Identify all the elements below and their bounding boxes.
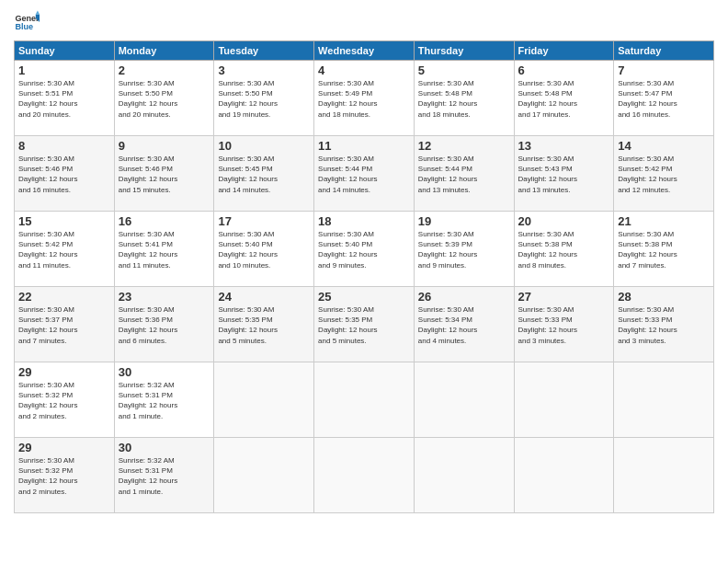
col-tuesday: Tuesday: [214, 41, 314, 61]
day-number: 6: [518, 63, 610, 77]
calendar-cell-25: 25Sunrise: 5:30 AMSunset: 5:35 PMDayligh…: [314, 287, 415, 362]
day-info: Sunrise: 5:30 AMSunset: 5:37 PMDaylight:…: [18, 304, 110, 346]
day-info: Sunrise: 5:30 AMSunset: 5:39 PMDaylight:…: [418, 229, 510, 270]
svg-text:Blue: Blue: [15, 22, 33, 31]
calendar-cell-11: 11Sunrise: 5:30 AMSunset: 5:44 PMDayligh…: [314, 136, 415, 212]
day-number: 11: [318, 139, 410, 153]
day-info: Sunrise: 5:30 AMSunset: 5:32 PMDaylight:…: [18, 380, 110, 421]
day-number: 25: [318, 290, 410, 304]
calendar-cell-20: 20Sunrise: 5:30 AMSunset: 5:38 PMDayligh…: [514, 212, 614, 287]
day-number: 7: [618, 63, 710, 77]
day-info: Sunrise: 5:30 AMSunset: 5:38 PMDaylight:…: [618, 229, 710, 270]
day-info: Sunrise: 5:30 AMSunset: 5:44 PMDaylight:…: [418, 154, 510, 195]
calendar-cell-empty: [214, 362, 314, 438]
day-number: 15: [18, 214, 110, 228]
col-monday: Monday: [114, 41, 214, 61]
calendar-cell-empty: [514, 438, 614, 513]
day-info: Sunrise: 5:30 AMSunset: 5:38 PMDaylight:…: [518, 229, 610, 270]
calendar-cell-7: 7Sunrise: 5:30 AMSunset: 5:47 PMDaylight…: [614, 61, 714, 136]
calendar-cell-empty: [314, 362, 415, 438]
calendar-cell-6: 6Sunrise: 5:30 AMSunset: 5:48 PMDaylight…: [514, 61, 614, 136]
day-info: Sunrise: 5:30 AMSunset: 5:33 PMDaylight:…: [518, 304, 610, 346]
calendar-cell-15: 15Sunrise: 5:30 AMSunset: 5:42 PMDayligh…: [15, 212, 115, 287]
day-info: Sunrise: 5:32 AMSunset: 5:31 PMDaylight:…: [119, 380, 210, 421]
day-info: Sunrise: 5:30 AMSunset: 5:42 PMDaylight:…: [18, 229, 110, 270]
day-number: 20: [518, 214, 610, 228]
day-number: 1: [18, 63, 110, 77]
day-info: Sunrise: 5:30 AMSunset: 5:48 PMDaylight:…: [518, 78, 610, 120]
day-number: 14: [618, 139, 710, 153]
day-info: Sunrise: 5:30 AMSunset: 5:36 PMDaylight:…: [119, 304, 210, 346]
day-info: Sunrise: 5:30 AMSunset: 5:40 PMDaylight:…: [318, 229, 410, 270]
calendar-cell-23: 23Sunrise: 5:30 AMSunset: 5:36 PMDayligh…: [114, 287, 214, 362]
calendar-cell-12: 12Sunrise: 5:30 AMSunset: 5:44 PMDayligh…: [414, 136, 514, 212]
calendar-cell-empty: [614, 438, 714, 513]
day-number: 24: [218, 290, 310, 304]
day-number: 19: [418, 214, 510, 228]
day-info: Sunrise: 5:30 AMSunset: 5:34 PMDaylight:…: [418, 304, 510, 346]
svg-marker-3: [36, 10, 40, 14]
day-info: Sunrise: 5:30 AMSunset: 5:48 PMDaylight:…: [418, 78, 510, 120]
calendar-cell-24: 24Sunrise: 5:30 AMSunset: 5:35 PMDayligh…: [214, 287, 314, 362]
calendar-cell-19: 19Sunrise: 5:30 AMSunset: 5:39 PMDayligh…: [414, 212, 514, 287]
calendar-cell-4: 4Sunrise: 5:30 AMSunset: 5:49 PMDaylight…: [314, 61, 415, 136]
day-info: Sunrise: 5:30 AMSunset: 5:50 PMDaylight:…: [218, 78, 310, 120]
calendar-cell-empty: [414, 362, 514, 438]
day-number: 17: [218, 214, 310, 228]
calendar-cell-empty: [614, 362, 714, 438]
day-number: 8: [18, 139, 110, 153]
col-friday: Friday: [514, 41, 614, 61]
calendar-cell-27: 27Sunrise: 5:30 AMSunset: 5:33 PMDayligh…: [514, 287, 614, 362]
calendar-cell-8: 8Sunrise: 5:30 AMSunset: 5:46 PMDaylight…: [15, 136, 115, 212]
day-number: 27: [518, 290, 610, 304]
calendar-cell-13: 13Sunrise: 5:30 AMSunset: 5:43 PMDayligh…: [514, 136, 614, 212]
calendar-cell-2: 2Sunrise: 5:30 AMSunset: 5:50 PMDaylight…: [114, 61, 214, 136]
day-info: Sunrise: 5:30 AMSunset: 5:32 PMDaylight:…: [18, 455, 110, 497]
day-info: Sunrise: 5:30 AMSunset: 5:41 PMDaylight:…: [119, 229, 210, 270]
calendar-cell-22: 22Sunrise: 5:30 AMSunset: 5:37 PMDayligh…: [15, 287, 115, 362]
calendar-cell-28: 28Sunrise: 5:30 AMSunset: 5:33 PMDayligh…: [614, 287, 714, 362]
day-info: Sunrise: 5:32 AMSunset: 5:31 PMDaylight:…: [119, 455, 210, 497]
col-saturday: Saturday: [614, 41, 714, 61]
day-info: Sunrise: 5:30 AMSunset: 5:50 PMDaylight:…: [119, 78, 210, 120]
day-info: Sunrise: 5:30 AMSunset: 5:49 PMDaylight:…: [318, 78, 410, 120]
calendar-table: Sunday Monday Tuesday Wednesday Thursday…: [14, 40, 714, 513]
calendar-cell-10: 10Sunrise: 5:30 AMSunset: 5:45 PMDayligh…: [214, 136, 314, 212]
calendar-cell-18: 18Sunrise: 5:30 AMSunset: 5:40 PMDayligh…: [314, 212, 415, 287]
col-sunday: Sunday: [15, 41, 115, 61]
day-number: 30: [119, 441, 210, 454]
day-number: 12: [418, 139, 510, 153]
day-info: Sunrise: 5:30 AMSunset: 5:43 PMDaylight:…: [518, 154, 610, 195]
page: General Blue Sunday Monday Tuesday Wedne…: [0, 0, 728, 563]
day-info: Sunrise: 5:30 AMSunset: 5:33 PMDaylight:…: [618, 304, 710, 346]
day-info: Sunrise: 5:30 AMSunset: 5:47 PMDaylight:…: [618, 78, 710, 120]
day-info: Sunrise: 5:30 AMSunset: 5:46 PMDaylight:…: [18, 154, 110, 195]
day-number: 5: [418, 63, 510, 77]
day-number: 13: [518, 139, 610, 153]
day-number: 29: [18, 365, 110, 379]
calendar-cell-30: 30Sunrise: 5:32 AMSunset: 5:31 PMDayligh…: [114, 438, 214, 513]
day-info: Sunrise: 5:30 AMSunset: 5:44 PMDaylight:…: [318, 154, 410, 195]
day-number: 23: [119, 290, 210, 304]
calendar-cell-26: 26Sunrise: 5:30 AMSunset: 5:34 PMDayligh…: [414, 287, 514, 362]
calendar-cell-21: 21Sunrise: 5:30 AMSunset: 5:38 PMDayligh…: [614, 212, 714, 287]
calendar-cell-16: 16Sunrise: 5:30 AMSunset: 5:41 PMDayligh…: [114, 212, 214, 287]
calendar-cell-empty: [314, 438, 415, 513]
day-info: Sunrise: 5:30 AMSunset: 5:35 PMDaylight:…: [318, 304, 410, 346]
day-info: Sunrise: 5:30 AMSunset: 5:45 PMDaylight:…: [218, 154, 310, 195]
calendar-cell-29: 29Sunrise: 5:30 AMSunset: 5:32 PMDayligh…: [15, 362, 115, 438]
day-info: Sunrise: 5:30 AMSunset: 5:40 PMDaylight:…: [218, 229, 310, 270]
day-number: 29: [18, 441, 110, 454]
day-number: 4: [318, 63, 410, 77]
col-thursday: Thursday: [414, 41, 514, 61]
day-number: 10: [218, 139, 310, 153]
day-number: 26: [418, 290, 510, 304]
day-number: 22: [18, 290, 110, 304]
day-number: 28: [618, 290, 710, 304]
day-info: Sunrise: 5:30 AMSunset: 5:42 PMDaylight:…: [618, 154, 710, 195]
calendar-cell-9: 9Sunrise: 5:30 AMSunset: 5:46 PMDaylight…: [114, 136, 214, 212]
calendar-cell-1: 1Sunrise: 5:30 AMSunset: 5:51 PMDaylight…: [15, 61, 115, 136]
day-info: Sunrise: 5:30 AMSunset: 5:51 PMDaylight:…: [18, 78, 110, 120]
day-number: 3: [218, 63, 310, 77]
day-number: 16: [119, 214, 210, 228]
